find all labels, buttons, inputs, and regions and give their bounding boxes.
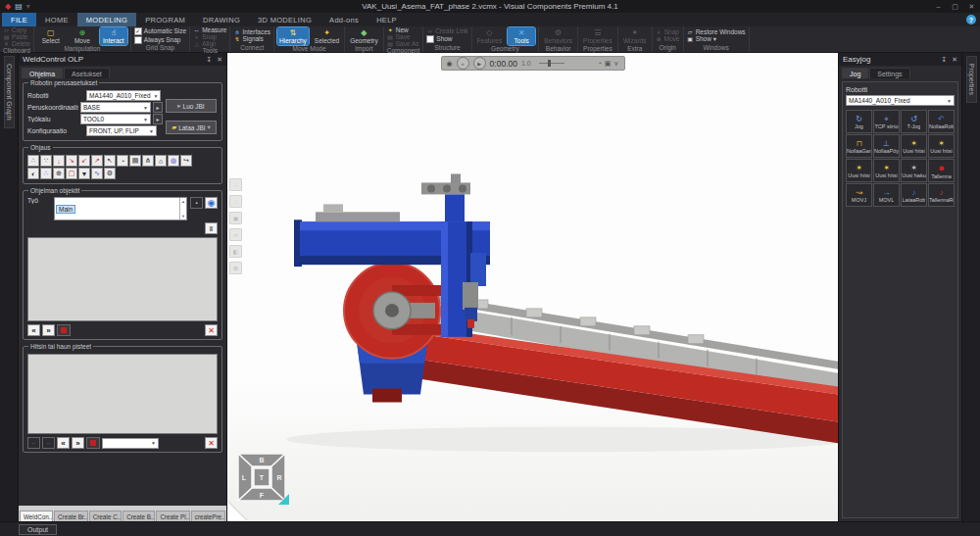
clear-button[interactable]: ✕ — [205, 324, 218, 336]
grid-alt-icon[interactable]: ∷ — [229, 195, 242, 208]
ribbon-button-move[interactable]: ⊕Move — [69, 27, 96, 45]
points-clear-button[interactable]: ✕ — [205, 437, 218, 449]
fill-icon[interactable]: ▣ — [229, 212, 242, 224]
maximize-button[interactable]: ▢ — [947, 1, 963, 13]
grid-icon[interactable]: ∷ — [229, 178, 242, 191]
job-list-scrollbar[interactable]: ▲▼ — [179, 198, 186, 219]
ribbon-button-show[interactable]: Show — [426, 35, 467, 43]
points-next-button[interactable]: » — [72, 437, 84, 449]
ribbon-button-tools[interactable]: ✕Tools — [508, 27, 535, 45]
weldcontrol-tab-ohjelma[interactable]: Ohjelma — [22, 68, 63, 78]
easyjog-button-movj-12[interactable]: ↝MOVJ — [846, 183, 872, 207]
ohjaus-half-circle-button[interactable]: ◐ — [27, 168, 39, 179]
ohjaus-globe-button[interactable]: ◍ — [168, 155, 179, 167]
pin-icon[interactable]: ↧ — [941, 56, 947, 64]
weld-points-button[interactable]: ∙∙ — [27, 437, 40, 449]
panel-tab-create-br[interactable]: Create Br... — [54, 511, 88, 521]
ribbon-tab-add-ons[interactable]: Add-ons — [320, 13, 368, 26]
easyjog-button-tallennarob-15[interactable]: ♪TallennaRob — [928, 183, 955, 207]
viewport-resize-grip[interactable] — [227, 502, 247, 521]
ohjaus-crosshair-button[interactable]: ⊕ — [53, 168, 65, 179]
ribbon-tab-drawing[interactable]: DRAWING — [194, 13, 249, 26]
easyjog-tab-settings[interactable]: Settings — [869, 68, 909, 78]
easyjog-button-jog-0[interactable]: ↻Jog — [846, 110, 872, 133]
next-button[interactable]: » — [42, 324, 55, 336]
points-stop-button[interactable] — [86, 437, 100, 449]
minimize-button[interactable]: – — [930, 1, 947, 13]
easyjog-button-tcp-siirto-1[interactable]: ⌖TCP siirto — [873, 110, 900, 133]
ribbon-button-geometry[interactable]: ◆Geometry — [348, 27, 380, 45]
output-tab[interactable]: Output — [19, 524, 57, 535]
statement-list[interactable] — [27, 237, 218, 321]
easyjog-button-t-jog-2[interactable]: ↺T-Jog — [901, 110, 927, 133]
ohjaus-frame-button[interactable]: ▢ — [66, 168, 77, 179]
ribbon-tab-program[interactable]: PROGRAM — [136, 13, 194, 26]
ribbon-button-interact[interactable]: ☝Interact — [100, 27, 127, 45]
picker-button-peruskoordinaatisto[interactable]: ▸ — [153, 102, 163, 113]
record-icon[interactable]: ◉ — [447, 60, 453, 68]
job-item-main[interactable]: Main — [56, 205, 75, 214]
easyjog-button-nollaap-yt-5[interactable]: ⊥NollaaPöytä — [873, 134, 900, 158]
ohjaus-fork-button[interactable]: ⋔ — [142, 155, 154, 167]
ohjaus-wave-button[interactable]: ∿ — [91, 168, 103, 179]
points-dropdown[interactable]: ▼ — [102, 438, 159, 449]
ohjaus-arrow-up-left-button[interactable]: ↖ — [104, 155, 116, 167]
easyjog-tab-jog[interactable]: Jog — [842, 68, 868, 78]
ribbon-button-always-snap[interactable]: Always Snap — [134, 36, 186, 44]
prev-button[interactable]: « — [27, 324, 40, 336]
robot-dropdown[interactable]: MA1440_A010_Fixed▼ — [846, 95, 955, 106]
play-button[interactable]: ▶ — [473, 57, 486, 70]
search-points-button[interactable]: ∙∙ — [42, 437, 55, 449]
luo-jbi-button[interactable]: ▸Luo JBI — [166, 99, 217, 113]
ohjaus-gear-button[interactable]: ⚙ — [104, 168, 116, 179]
ribbon-tab-home[interactable]: HOME — [36, 13, 77, 26]
weldcontrol-tab-asetukset[interactable]: Asetukset — [64, 68, 110, 78]
ribbon-tab-file[interactable]: FILE — [2, 13, 36, 26]
detach-button[interactable]: ▪ — [190, 197, 203, 209]
viewport-3d[interactable]: ◉ « ▶ 0:00.00 1.0 ◔▣⋎ ∷∷▣▱◧⚙ B L T R — [227, 53, 838, 521]
ohjaus-home-button[interactable]: ⌂ — [155, 155, 167, 167]
filter-icon[interactable]: ⋎ — [613, 60, 618, 68]
view-cube[interactable]: B L T R F — [235, 451, 290, 506]
close-icon[interactable]: ✕ — [217, 56, 222, 64]
job-listbox[interactable]: Main ▲▼ — [54, 197, 187, 220]
ohjaus-points-button[interactable]: ∴ — [40, 168, 52, 179]
ribbon-button-hierarchy[interactable]: ⇅Hierarchy — [277, 27, 309, 45]
easyjog-button-nollaarob-3[interactable]: ↶NollaaRob — [928, 110, 955, 133]
component-graph-tab[interactable]: Component Graph — [4, 56, 15, 128]
ribbon-tab-help[interactable]: HELP — [368, 13, 406, 26]
ohjaus-point-alt-button[interactable]: ∵ — [40, 155, 52, 167]
easyjog-button-uusi-hitsi-8[interactable]: ✶Uusi hitsi — [846, 159, 872, 182]
close-icon[interactable]: ✕ — [952, 56, 957, 64]
pin-icon[interactable]: ↧ — [206, 56, 212, 64]
ohjaus-copy-button[interactable]: ▤ — [129, 155, 141, 167]
dots-icon[interactable]: ⚙ — [229, 262, 242, 274]
lataa-jbi-button[interactable]: ▰Lataa JBI▾ — [166, 121, 217, 134]
points-list[interactable] — [27, 354, 218, 434]
easyjog-button-lataarob-14[interactable]: ♪LataaRob — [901, 183, 927, 207]
ohjaus-arrow-head-button[interactable]: ▼ — [78, 168, 90, 179]
panel-tab-createpre[interactable]: createPre... — [191, 511, 225, 521]
ribbon-button-show[interactable]: ▣Show ▾ — [687, 36, 746, 42]
rewind-button[interactable]: « — [457, 57, 469, 70]
dropdown-peruskoordinaatisto[interactable]: BASE▼ — [80, 102, 151, 113]
ohjaus-arrow-down-left-button[interactable]: ↙ — [78, 155, 90, 167]
globe-button[interactable]: ◉ — [205, 197, 218, 209]
ohjaus-arrow-up-right-button[interactable]: ↗ — [91, 155, 103, 167]
checkbox-always-snap[interactable] — [134, 36, 142, 44]
frame-icon[interactable]: ▱ — [229, 228, 242, 241]
panel-tab-weldcon[interactable]: WeldCon... — [20, 511, 53, 521]
checkbox-show[interactable] — [426, 35, 434, 43]
ribbon-tab-3d-modeling[interactable]: 3D MODELING — [249, 13, 320, 26]
dropdown-robotti[interactable]: MA1440_A010_Fixed▼ — [86, 90, 161, 101]
dropdown-ty-kalu[interactable]: TOOL0▼ — [80, 114, 151, 124]
ohjaus-arc-button[interactable]: ◔ — [117, 155, 128, 167]
easyjog-button-uusi-hitsi-9[interactable]: ✶Uusi hitsi — [873, 159, 900, 182]
ribbon-button-selected[interactable]: ✦Selected — [313, 27, 341, 45]
ribbon-button-select[interactable]: ▢Select — [37, 27, 65, 45]
routine-button[interactable]: ʬ — [205, 222, 218, 234]
easyjog-button-uusi-haku-10[interactable]: ✶Uusi haku — [901, 159, 927, 182]
close-button[interactable]: ✕ — [963, 1, 980, 13]
easyjog-button-nollaagant-4[interactable]: ⊓NollaaGant — [846, 134, 872, 158]
save-icon[interactable]: ▤ — [15, 3, 23, 11]
